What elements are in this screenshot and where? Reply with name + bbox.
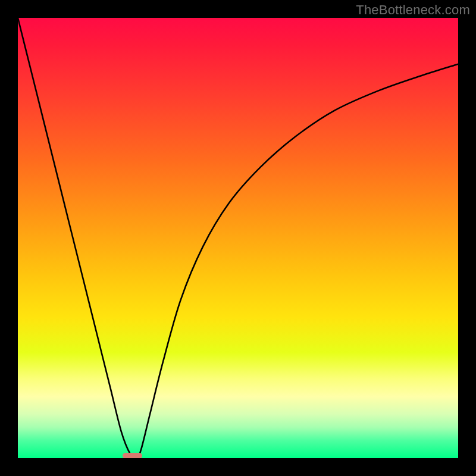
bottleneck-curve (18, 18, 458, 458)
minimum-marker (123, 453, 142, 458)
chart-frame: TheBottleneck.com (0, 0, 476, 476)
curve-layer (18, 18, 458, 458)
watermark-text: TheBottleneck.com (356, 2, 470, 18)
plot-area (18, 18, 458, 458)
